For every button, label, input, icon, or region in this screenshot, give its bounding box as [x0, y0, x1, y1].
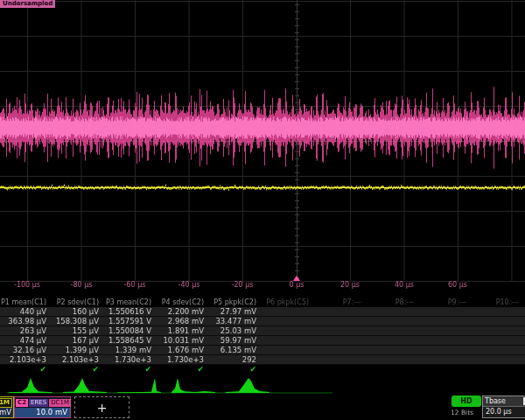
tbase-title: Tbase: [483, 396, 525, 407]
param-header-row: P1 mean(C1)P2 sdev(C1)P3 mean(C2)P4 sdev…: [0, 298, 525, 307]
param-header-p5[interactable]: P5 pkpk(C2): [210, 298, 262, 307]
c2-label: C2: [16, 399, 28, 407]
c2-volts-per-div: 10.0 mV: [15, 408, 70, 417]
param-header-p9[interactable]: P9:---: [420, 298, 472, 307]
measurement-value: 474 µV: [0, 336, 52, 345]
measurement-row-5: 32.16 µV1.399 µV1.339 mV1.676 mV6.135 mV: [0, 346, 525, 355]
tbase-value: 20.0 µs: [483, 407, 525, 417]
measurement-value: 2.968 mV: [158, 317, 210, 326]
c1-coupling-badge: DC1M: [0, 398, 12, 408]
measurement-value: 33.477 mV: [210, 317, 262, 326]
histicon-p2[interactable]: [63, 378, 107, 393]
measurement-value: 263 µV: [0, 326, 52, 335]
measurement-row-6: 2.103e+32.103e+31.730e+31.730e+3292: [0, 355, 525, 365]
c2-eres-badge: ERES: [29, 399, 48, 407]
c2-coupling-badge: DC1M: [49, 399, 71, 407]
measurement-value: 1.730e+3: [105, 355, 158, 364]
measurement-value: 1.399 µV: [52, 346, 105, 354]
channel-descriptor-c2[interactable]: C2 ERES DC1M 10.0 mV: [14, 396, 71, 418]
param-header-p3[interactable]: P3 mean(C2): [105, 298, 158, 307]
measurement-value: 1.676 mV: [158, 346, 210, 354]
measurement-row-1: 440 µV160 µV1.550616 V2.200 mV27.97 mV: [0, 307, 525, 317]
measurement-value: 32.16 µV: [0, 346, 52, 354]
measurement-row-4: 474 µV167 µV1.558645 V10.031 mV59.97 mV: [0, 336, 525, 346]
axis-label: 60 µs: [448, 281, 467, 289]
channel-descriptor-c1[interactable]: DC1M 0 mV: [0, 396, 14, 418]
param-header-p1[interactable]: P1 mean(C1): [0, 298, 52, 307]
axis-label: -20 µs: [232, 281, 254, 289]
axis-label: 0 µs: [290, 281, 304, 289]
param-header-p10[interactable]: P10:---: [472, 298, 525, 307]
waveform-canvas[interactable]: [0, 0, 525, 282]
measurement-value: 1.550084 V: [105, 326, 158, 335]
measurement-value: 6.135 mV: [210, 346, 262, 354]
histicon-p5[interactable]: [226, 378, 270, 393]
measurement-value: 363.98 µV: [0, 317, 52, 326]
measurement-value: 158.308 µV: [52, 317, 105, 326]
histicon-p4[interactable]: [172, 378, 215, 393]
measurement-row-3: 263 µV155 µV1.550084 V1.891 mV25.03 mV: [0, 326, 525, 336]
param-header-p8[interactable]: P8:---: [368, 298, 420, 307]
c1-volts-per-div: 0 mV: [0, 408, 13, 417]
axis-label: -60 µs: [124, 281, 146, 289]
status-check-icon: ✔: [52, 365, 105, 374]
axis-label: 20 µs: [340, 281, 360, 289]
status-check-icon: ✔: [158, 365, 210, 374]
param-header-p6[interactable]: P6 pkpk(C5): [262, 298, 315, 307]
status-check-icon: ✔: [105, 365, 158, 374]
measurement-value: 1.557591 V: [105, 317, 158, 326]
axis-label: -100 µs: [14, 281, 40, 289]
measurement-row-2: 363.98 µV158.308 µV1.557591 V2.968 mV33.…: [0, 317, 525, 326]
undersampled-badge: Undersampled: [0, 0, 55, 8]
measurement-value: 1.558645 V: [105, 336, 158, 345]
measurement-value: 2.200 mV: [158, 307, 210, 316]
descriptor-bar: DC1M 0 mV C2 ERES DC1M 10.0 mV + HD 12 B…: [0, 395, 525, 420]
plus-icon: +: [97, 401, 108, 415]
axis-label: -40 µs: [178, 281, 200, 289]
histicon-p1[interactable]: [9, 378, 52, 393]
hd-mode-badge[interactable]: HD: [452, 396, 481, 407]
axis-label: 40 µs: [395, 281, 414, 289]
measurement-value: 10.031 mV: [158, 336, 210, 345]
hd-bits-label: 12 Bits: [451, 409, 473, 416]
timebase-axis-labels: -100 µs-80 µs-60 µs-40 µs-20 µs0 µs20 µs…: [0, 281, 525, 292]
measurement-value: 2.103e+3: [0, 355, 52, 364]
measurement-value: 292: [210, 355, 262, 364]
param-header-p4[interactable]: P4 sdev(C2): [158, 298, 210, 307]
histicons-strip: [0, 374, 525, 396]
measurement-value: 1.339 mV: [105, 346, 158, 354]
measurement-value: 160 µV: [52, 307, 105, 316]
measurement-value: 2.103e+3: [52, 355, 105, 364]
param-header-p7[interactable]: P7:---: [315, 298, 368, 307]
oscilloscope-screen: Undersampled -100 µs-80 µs-60 µs-40 µs-2…: [0, 0, 525, 420]
measurement-value: 25.03 mV: [210, 326, 262, 335]
measurement-value: 1.550616 V: [105, 307, 158, 316]
add-trace-button[interactable]: +: [74, 396, 130, 418]
histicon-p3[interactable]: [117, 378, 161, 393]
axis-label: -80 µs: [71, 281, 93, 289]
measurement-value: 1.891 mV: [158, 326, 210, 335]
measurement-table: P1 mean(C1)P2 sdev(C1)P3 mean(C2)P4 sdev…: [0, 298, 525, 374]
measurement-value: 1.730e+3: [158, 355, 210, 364]
measurement-value: 167 µV: [52, 336, 105, 345]
param-header-p2[interactable]: P2 sdev(C1): [52, 298, 105, 307]
status-check-icon: ✔: [210, 365, 262, 374]
measurement-value: 440 µV: [0, 307, 52, 316]
status-check-icon: ✔: [0, 365, 52, 374]
measurement-value: 155 µV: [52, 326, 105, 335]
status-check-row: ✔✔✔✔✔: [0, 365, 525, 374]
measurement-value: 59.97 mV: [210, 336, 262, 345]
measurement-value: 27.97 mV: [210, 307, 262, 316]
timebase-descriptor[interactable]: Tbase 20.0 µs: [482, 396, 525, 418]
